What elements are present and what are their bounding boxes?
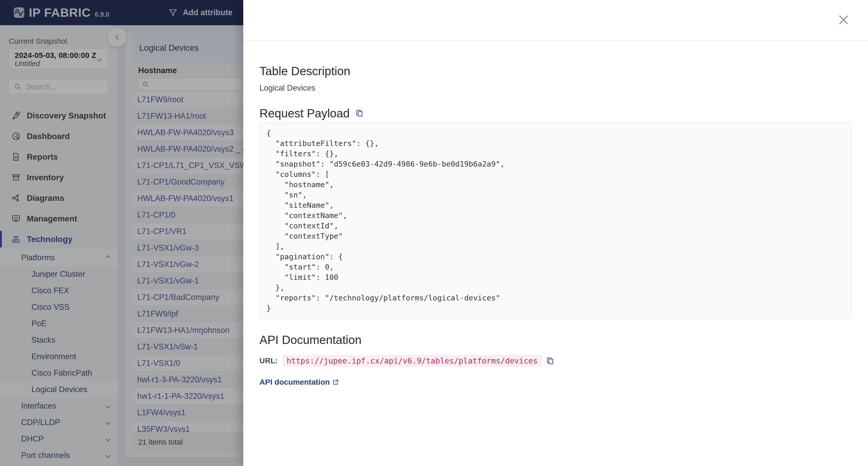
api-documentation-link-label: API documentation bbox=[259, 378, 330, 386]
modal-header bbox=[243, 0, 868, 41]
copy-icon[interactable] bbox=[546, 356, 554, 366]
close-icon[interactable] bbox=[837, 13, 850, 26]
app-screen: IP FABRIC 6.9.0 Add attribute Current Sn… bbox=[0, 0, 868, 466]
api-url-row: URL: https://jupee.ipf.cx/api/v6.9/table… bbox=[259, 355, 851, 367]
api-documentation-link[interactable]: API documentation bbox=[259, 378, 851, 386]
copy-icon[interactable] bbox=[355, 108, 364, 118]
request-payload-code[interactable]: { "attributeFilters": {}, "filters": {},… bbox=[259, 123, 851, 319]
table-description-title: Table Description bbox=[259, 63, 851, 79]
modal-mask[interactable] bbox=[0, 0, 243, 466]
modal-body: Table Description Logical Devices Reques… bbox=[243, 41, 868, 386]
api-url-value[interactable]: https://jupee.ipf.cx/api/v6.9/tables/pla… bbox=[282, 355, 541, 367]
table-description-value: Logical Devices bbox=[259, 84, 851, 93]
request-payload-title: Request Payload bbox=[259, 105, 349, 121]
url-label: URL: bbox=[259, 356, 278, 365]
external-link-icon bbox=[332, 379, 339, 385]
api-documentation-title: API Documentation bbox=[259, 332, 851, 348]
description-modal: Table Description Logical Devices Reques… bbox=[243, 0, 868, 466]
